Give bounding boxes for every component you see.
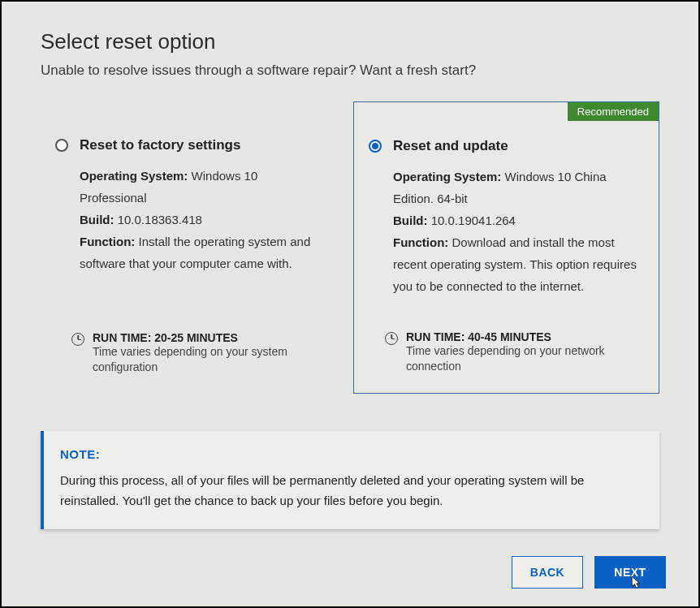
back-button[interactable]: BACK <box>512 556 583 589</box>
runtime-title: RUN TIME: 40-45 MINUTES <box>406 330 641 343</box>
runtime-subtext: Time varies depending on your network co… <box>406 343 641 375</box>
note-text: During this process, all of your files w… <box>60 470 643 511</box>
next-button[interactable]: NEXT <box>594 556 666 589</box>
option-factory-reset[interactable]: Reset to factory settings Operating Syst… <box>41 101 345 394</box>
os-label: Operating System: <box>80 169 188 183</box>
runtime-title: RUN TIME: 20-25 MINUTES <box>93 331 327 344</box>
runtime-subtext: Time varies depending on your system con… <box>93 344 327 376</box>
build-value: 10.0.18363.418 <box>118 213 202 226</box>
recommended-badge: Recommended <box>568 102 659 121</box>
function-label: Function: <box>80 235 135 248</box>
radio-unchecked-icon[interactable] <box>55 139 68 152</box>
note-label: NOTE: <box>60 444 643 465</box>
page-subtitle: Unable to resolve issues through a softw… <box>41 63 659 79</box>
radio-checked-icon[interactable] <box>369 140 382 153</box>
page-title: Select reset option <box>41 29 659 54</box>
option-reset-update[interactable]: Recommended Reset and update Operating S… <box>353 101 659 394</box>
os-label: Operating System: <box>393 170 501 183</box>
build-value: 10.0.19041.264 <box>431 213 516 227</box>
option-factory-title: Reset to factory settings <box>80 137 240 153</box>
clock-icon <box>71 333 84 346</box>
function-label: Function: <box>393 235 448 249</box>
build-label: Build: <box>393 213 428 227</box>
cursor-icon <box>629 575 642 591</box>
note-box: NOTE: During this process, all of your f… <box>41 431 659 529</box>
build-label: Build: <box>80 213 115 226</box>
clock-icon <box>385 332 398 345</box>
option-update-title: Reset and update <box>393 138 508 154</box>
